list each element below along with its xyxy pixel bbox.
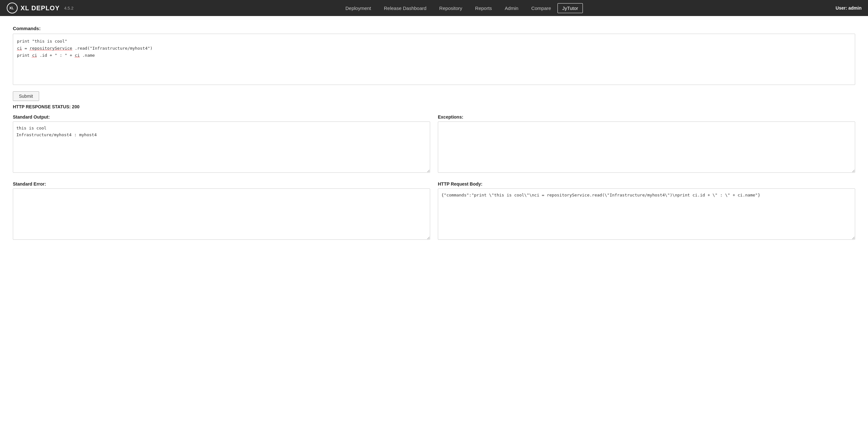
exceptions-textarea[interactable] — [438, 122, 855, 173]
exceptions-label: Exceptions: — [438, 115, 855, 120]
stdout-label: Standard Output: — [13, 115, 430, 120]
nav-deployment[interactable]: Deployment — [339, 0, 377, 16]
nav-jytutor[interactable]: JyTutor — [558, 3, 583, 13]
http-status: HTTP RESPONSE STATUS: 200 — [13, 104, 855, 109]
nav-admin[interactable]: Admin — [498, 0, 525, 16]
output-grid-top: Standard Output: this is cool Infrastruc… — [13, 115, 855, 174]
stdout-section: Standard Output: this is cool Infrastruc… — [13, 115, 430, 174]
user-label: User: — [836, 5, 847, 10]
ci-var-3: ci — [75, 53, 80, 58]
repository-service: repositoryService — [30, 46, 72, 51]
ci-var-1: ci — [17, 46, 22, 51]
nav-release-dashboard[interactable]: Release Dashboard — [377, 0, 433, 16]
navbar: XL XL DEPLOY 4.5.2 Deployment Release Da… — [0, 0, 868, 16]
ci-var-2: ci — [32, 53, 37, 58]
http-body-textarea[interactable]: {"commands":"print \"this is cool\"\nci … — [438, 189, 855, 240]
app-version: 4.5.2 — [64, 6, 73, 10]
stderr-textarea[interactable] — [13, 189, 430, 240]
stderr-label: Standard Error: — [13, 182, 430, 187]
commands-label: Commands: — [13, 26, 855, 31]
main-content: Commands: print "this is cool" ci = repo… — [0, 16, 868, 425]
commands-editor[interactable]: print "this is cool" ci = repositoryServ… — [13, 34, 855, 85]
http-body-label: HTTP Request Body: — [438, 182, 855, 187]
submit-button[interactable]: Submit — [13, 91, 39, 101]
app-name: XL DEPLOY — [21, 4, 60, 12]
nav-repository[interactable]: Repository — [433, 0, 469, 16]
brand: XL XL DEPLOY 4.5.2 — [6, 2, 73, 14]
svg-text:XL: XL — [9, 6, 14, 10]
code-line-3: print ci .id + " : " + ci .name — [17, 52, 851, 59]
code-line-2: ci = repositoryService .read("Infrastruc… — [17, 45, 851, 52]
nav-links: Deployment Release Dashboard Repository … — [86, 0, 836, 16]
nav-compare[interactable]: Compare — [525, 0, 558, 16]
code-line-1: print "this is cool" — [17, 38, 851, 45]
exceptions-section: Exceptions: — [438, 115, 855, 174]
output-grid-bottom: Standard Error: HTTP Request Body: {"com… — [13, 182, 855, 241]
user-info: User: admin — [836, 5, 862, 10]
stdout-textarea[interactable]: this is cool Infrastructure/myhost4 : my… — [13, 122, 430, 173]
http-body-section: HTTP Request Body: {"commands":"print \"… — [438, 182, 855, 241]
nav-reports[interactable]: Reports — [469, 0, 498, 16]
xl-deploy-logo: XL — [6, 2, 18, 14]
stderr-section: Standard Error: — [13, 182, 430, 241]
commands-section: Commands: print "this is cool" ci = repo… — [13, 26, 855, 85]
username: admin — [848, 5, 862, 10]
